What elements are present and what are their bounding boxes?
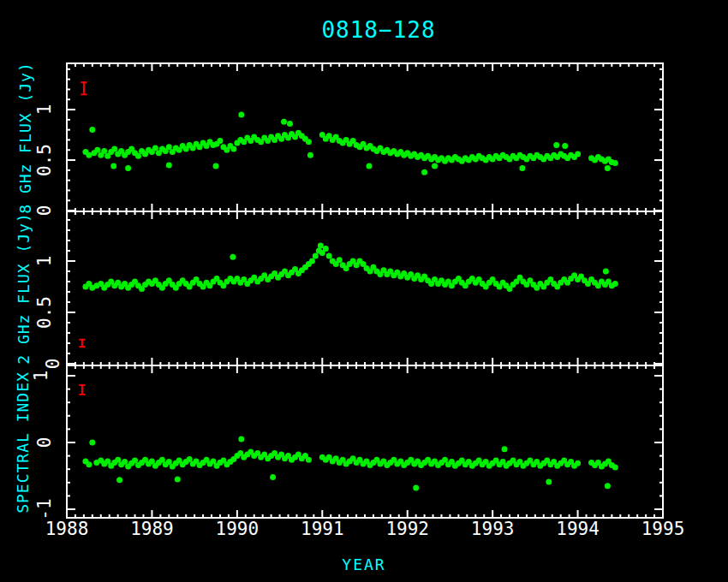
y-tick-label-spectral_index: -1 — [36, 498, 54, 520]
y-tick-label-flux8: 1 — [36, 104, 54, 116]
typical-error-bar-flux8 — [81, 82, 87, 94]
data-points-spectral_index — [82, 436, 618, 491]
panel-spectral_index — [67, 365, 663, 518]
plot-canvas — [0, 0, 728, 582]
panel-ticks — [67, 63, 663, 211]
panel-frame — [67, 63, 663, 211]
y-tick-label-flux2: 1 — [36, 256, 54, 267]
x-tick-label: 1993 — [471, 520, 515, 538]
y-axis-title-spectral-index: SPECTRAL INDEX — [15, 371, 31, 514]
x-tick-label: 1991 — [301, 520, 344, 538]
panel-flux8 — [67, 63, 663, 211]
typical-error-bar-flux2 — [79, 340, 85, 347]
light-curve-figure: 0818−128 8 GHz FLUX (Jy) 2 GHz FLUX (Jy)… — [0, 0, 728, 582]
x-tick-label: 1992 — [385, 520, 429, 538]
x-tick-label: 1995 — [641, 520, 685, 538]
x-tick-label: 1988 — [45, 520, 89, 538]
typical-error-bar-spectral_index — [79, 385, 85, 395]
y-axis-title-2ghz-flux: 2 GHz FLUX (Jy) — [16, 212, 32, 365]
x-axis-title: YEAR — [0, 555, 728, 573]
y-tick-label-flux8: 0 — [36, 205, 54, 217]
x-tick-label: 1989 — [130, 520, 174, 538]
panel-flux2 — [67, 211, 663, 365]
data-points-flux2 — [82, 243, 618, 292]
y-tick-label-spectral_index: 1 — [33, 371, 51, 382]
y-tick-label-spectral_index: 0 — [36, 437, 54, 448]
y-tick-label-flux2: 0.5 — [36, 296, 54, 329]
panel-frame — [67, 365, 663, 518]
y-tick-label-flux8: 0.5 — [36, 144, 54, 176]
data-points-flux8 — [82, 111, 618, 175]
panel-ticks — [67, 365, 663, 518]
panel-ticks — [67, 211, 663, 365]
y-tick-label-flux2: 0 — [45, 359, 63, 370]
x-tick-label: 1990 — [216, 520, 260, 538]
y-axis-title-8ghz-flux: 8 GHz FLUX (Jy) — [18, 62, 33, 214]
panel-frame — [67, 211, 663, 365]
x-tick-label: 1994 — [556, 520, 600, 538]
